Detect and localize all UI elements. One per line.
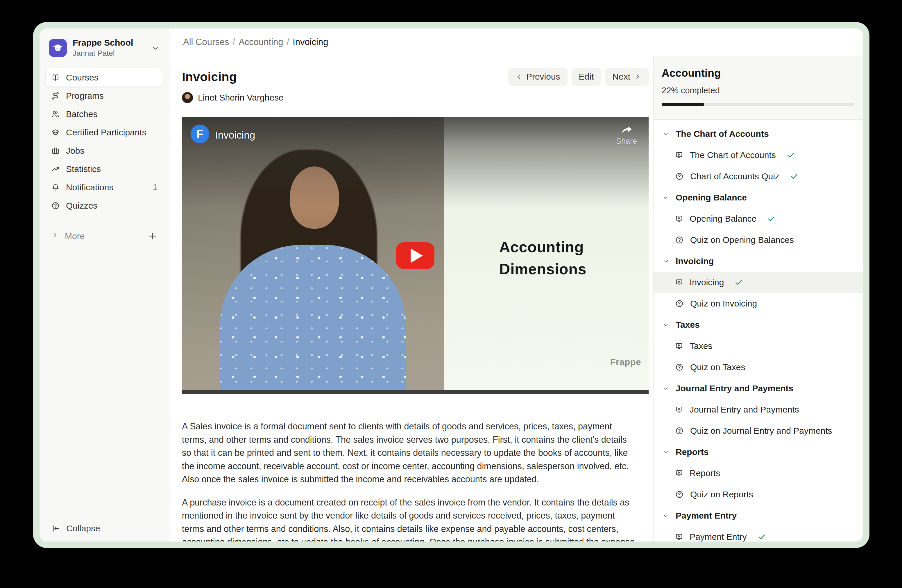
outline-section-journal-entry-and-payments[interactable]: Journal Entry and Payments xyxy=(653,378,863,399)
desktop-background: Frappe School Jannat Patel CoursesProgra… xyxy=(0,0,902,588)
outline-item-label: Quiz on Opening Balances xyxy=(690,235,794,245)
breadcrumb-all-courses[interactable]: All Courses xyxy=(183,37,229,47)
outline-item-label: Taxes xyxy=(690,341,712,351)
sidebar-item-label: Programs xyxy=(66,91,104,101)
breadcrumb-separator: / xyxy=(229,37,239,47)
outline-quiz-quiz-on-invoicing[interactable]: Quiz on Invoicing xyxy=(653,293,863,314)
collapse-label: Collapse xyxy=(66,524,100,533)
share-button[interactable]: Share xyxy=(616,124,637,146)
plus-icon[interactable] xyxy=(148,231,158,241)
lesson-paragraph: A Sales invoice is a formal document sen… xyxy=(182,420,637,486)
outline-lesson-invoicing[interactable]: Invoicing xyxy=(653,272,863,293)
outline-lesson-journal-entry-and-payments[interactable]: Journal Entry and Payments xyxy=(653,399,863,420)
outline-section-title: Opening Balance xyxy=(676,192,747,202)
sidebar-item-statistics[interactable]: Statistics xyxy=(46,160,163,178)
collapse-icon xyxy=(51,524,60,533)
sidebar-item-label: Statistics xyxy=(66,164,101,174)
sidebar-item-programs[interactable]: Programs xyxy=(46,87,163,105)
help-circle-icon xyxy=(675,236,684,244)
author-row: Linet Sherin Varghese xyxy=(182,92,648,103)
sidebar-more[interactable]: More xyxy=(46,227,163,245)
chevron-right-icon xyxy=(634,73,641,80)
course-title: Accounting xyxy=(662,67,854,79)
outline-section-taxes[interactable]: Taxes xyxy=(653,314,863,335)
monitor-play-icon xyxy=(675,533,683,541)
outline-quiz-quiz-on-opening-balances[interactable]: Quiz on Opening Balances xyxy=(653,229,863,250)
monitor-play-icon xyxy=(675,278,683,286)
breadcrumb-course[interactable]: Accounting xyxy=(239,37,283,47)
monitor-play-icon xyxy=(675,342,683,350)
chevron-down-icon xyxy=(662,321,669,328)
outline-section-title: Reports xyxy=(676,447,708,457)
outline-quiz-quiz-on-reports[interactable]: Quiz on Reports xyxy=(653,484,863,505)
outline-lesson-the-chart-of-accounts[interactable]: The Chart of Accounts xyxy=(653,144,863,166)
window-frame: Frappe School Jannat Patel CoursesProgra… xyxy=(33,22,869,548)
outline-quiz-quiz-on-taxes[interactable]: Quiz on Taxes xyxy=(653,357,863,378)
outline-section-title: Journal Entry and Payments xyxy=(676,383,793,393)
workspace-title: Frappe School xyxy=(73,38,145,48)
outline-item-label: The Chart of Accounts xyxy=(690,150,776,160)
outline-item-label: Chart of Accounts Quiz xyxy=(690,171,779,181)
sidebar: Frappe School Jannat Patel CoursesProgra… xyxy=(39,28,169,541)
collapse-sidebar-button[interactable]: Collapse xyxy=(51,524,100,533)
outline-section-payment-entry[interactable]: Payment Entry xyxy=(653,505,863,526)
sidebar-item-label: Certified Participants xyxy=(66,128,146,138)
outline-lesson-opening-balance[interactable]: Opening Balance xyxy=(653,208,863,229)
sidebar-item-label: Jobs xyxy=(66,146,84,156)
sidebar-item-certified-participants[interactable]: Certified Participants xyxy=(46,123,163,141)
frappe-school-logo-icon xyxy=(49,39,67,57)
outline-lesson-reports[interactable]: Reports xyxy=(653,463,863,484)
outline-item-label: Quiz on Journal Entry and Payments xyxy=(690,426,832,436)
sidebar-item-courses[interactable]: Courses xyxy=(46,68,163,87)
help-circle-icon xyxy=(675,172,684,181)
monitor-play-icon xyxy=(675,215,683,223)
outline-lesson-taxes[interactable]: Taxes xyxy=(653,335,863,357)
help-circle-icon xyxy=(675,363,684,372)
outline-item-label: Payment Entry xyxy=(690,532,747,542)
workspace-user: Jannat Patel xyxy=(73,49,145,58)
video-title[interactable]: Invoicing xyxy=(215,129,255,141)
workspace-switcher[interactable]: Frappe School Jannat Patel xyxy=(46,36,163,59)
lesson-main: Invoicing Previous Edit xyxy=(169,56,653,541)
notification-count-badge: 1 xyxy=(153,183,158,192)
sidebar-item-notifications[interactable]: Notifications1 xyxy=(46,178,163,196)
outline-lesson-payment-entry[interactable]: Payment Entry xyxy=(653,526,863,541)
book-open-icon xyxy=(51,73,60,82)
video-player[interactable]: Accounting Dimensions Frappe F Invoicing… xyxy=(182,117,648,394)
youtube-channel-avatar[interactable]: F xyxy=(191,125,209,143)
outline-section-opening-balance[interactable]: Opening Balance xyxy=(653,187,863,208)
monitor-play-icon xyxy=(675,405,683,414)
completed-check-icon xyxy=(757,533,766,541)
outline-quiz-quiz-on-journal-entry-and-payments[interactable]: Quiz on Journal Entry and Payments xyxy=(653,420,863,441)
sidebar-item-batches[interactable]: Batches xyxy=(46,105,163,123)
graduation-cap-icon xyxy=(51,128,60,137)
breadcrumb: All Courses / Accounting / Invoicing xyxy=(183,37,328,47)
course-outline-panel: Accounting 22% completed The Chart of Ac… xyxy=(653,56,863,541)
outline-section-title: Taxes xyxy=(676,320,700,330)
sidebar-nav: CoursesProgramsBatchesCertified Particip… xyxy=(46,68,163,215)
completed-check-icon xyxy=(734,278,743,287)
outline-quiz-chart-of-accounts-quiz[interactable]: Chart of Accounts Quiz xyxy=(653,166,863,187)
sidebar-item-label: Batches xyxy=(66,109,97,119)
outline-section-title: Invoicing xyxy=(676,256,714,266)
outline-item-label: Quiz on Reports xyxy=(690,489,753,499)
outline-item-label: Journal Entry and Payments xyxy=(690,405,799,414)
slide-title: Accounting Dimensions xyxy=(499,236,586,280)
outline-section-reports[interactable]: Reports xyxy=(653,441,863,463)
completed-check-icon xyxy=(786,151,795,160)
video-progress-bar[interactable] xyxy=(182,390,648,394)
next-button[interactable]: Next xyxy=(605,68,648,86)
outline-section-the-chart-of-accounts[interactable]: The Chart of Accounts xyxy=(653,123,863,144)
help-circle-icon xyxy=(675,427,684,435)
outline-section-invoicing[interactable]: Invoicing xyxy=(653,250,863,272)
chevron-down-icon xyxy=(662,385,669,392)
topbar: All Courses / Accounting / Invoicing xyxy=(169,28,863,56)
sidebar-item-jobs[interactable]: Jobs xyxy=(46,141,163,160)
bell-icon xyxy=(51,183,60,192)
edit-button[interactable]: Edit xyxy=(572,68,601,86)
sidebar-item-quizzes[interactable]: Quizzes xyxy=(46,196,163,215)
sidebar-item-label: Notifications xyxy=(66,183,113,192)
briefcase-icon xyxy=(51,146,60,155)
play-button-icon[interactable] xyxy=(396,242,434,269)
previous-button[interactable]: Previous xyxy=(508,68,567,86)
